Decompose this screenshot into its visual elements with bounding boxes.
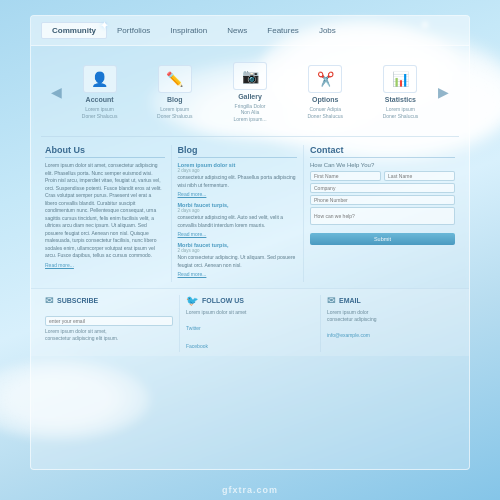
message-input[interactable]: [310, 207, 455, 225]
about-text: Lorem ipsum dolor sit amet, consectetur …: [45, 162, 165, 260]
nav-inspiration-label: Inspiration: [170, 26, 207, 35]
nav-news[interactable]: News: [217, 23, 257, 38]
subscribe-input[interactable]: [45, 316, 173, 326]
blog-item-3: Morbi faucet turpis, 2 days ago Non cons…: [178, 242, 298, 277]
footer-subscribe: ✉ SUBSCRIBE Lorem ipsum dolor sit amet,c…: [39, 295, 180, 352]
blog-date-2: 2 days ago: [178, 208, 298, 213]
follow-text: Lorem ipsum dolor sit amet: [186, 309, 314, 316]
blog-title: Blog: [178, 145, 298, 158]
email-text: Lorem ipsum dolorconsectetur adipiscing: [327, 309, 455, 323]
hero-prev-arrow[interactable]: ◀: [51, 84, 62, 100]
follow-icon: 🐦: [186, 295, 198, 306]
first-name-input[interactable]: [310, 171, 381, 181]
blog-label: Blog: [167, 96, 183, 103]
footer-follow: 🐦 FOLLOW US Lorem ipsum dolor sit amet T…: [180, 295, 321, 352]
nav-features-label: Features: [267, 26, 299, 35]
account-icon-box: 👤: [83, 65, 117, 93]
submit-button[interactable]: Submit: [310, 233, 455, 245]
blog-item-2: Morbi faucet turpis, 2 days ago consecte…: [178, 202, 298, 237]
nav-news-label: News: [227, 26, 247, 35]
contact-company-row: [310, 183, 455, 193]
phone-input[interactable]: [310, 195, 455, 205]
statistics-icon: 📊: [392, 71, 409, 87]
blog-text-1: consectetur adipiscing elit. Phasellus p…: [178, 174, 298, 189]
statistics-sub: Lorem ipsumDoner Shalucus: [383, 106, 419, 119]
blog-text-3: Non consectetur adipiscing. Ut aliquam. …: [178, 254, 298, 269]
options-label: Options: [312, 96, 338, 103]
subscribe-title: ✉ SUBSCRIBE: [45, 295, 173, 306]
follow-title: 🐦 FOLLOW US: [186, 295, 314, 306]
icon-account[interactable]: 👤 Account Lorem ipsumDoner Shalucus: [62, 65, 137, 119]
contact-phone-row: [310, 195, 455, 205]
footer-section: ✉ SUBSCRIBE Lorem ipsum dolor sit amet,c…: [31, 288, 469, 356]
blog-sub: Lorem ipsumDoner Shalucus: [157, 106, 193, 119]
icon-gallery[interactable]: 📷 Gallery Fringilla DolorNon AliaLorem i…: [212, 62, 287, 123]
blog-icon-box: ✏️: [158, 65, 192, 93]
nav-portfolios[interactable]: Portfolios: [107, 23, 160, 38]
company-input[interactable]: [310, 183, 455, 193]
options-sub: Conuer AdipiaDoner Shalucus: [307, 106, 343, 119]
blog-date-1: 2 days ago: [178, 168, 298, 173]
statistics-icon-box: 📊: [383, 65, 417, 93]
nav-portfolios-label: Portfolios: [117, 26, 150, 35]
email-icon: ✉: [327, 295, 335, 306]
content-section: About Us Lorem ipsum dolor sit amet, con…: [31, 137, 469, 288]
twitter-link[interactable]: Twitter: [186, 325, 201, 331]
contact-column: Contact How Can We Help You? Submit: [304, 145, 461, 282]
navbar: Community ✦ Portfolios Inspiration News …: [31, 16, 469, 46]
site-container: Community ✦ Portfolios Inspiration News …: [30, 15, 470, 470]
contact-question: How Can We Help You?: [310, 162, 455, 168]
gallery-icon: 📷: [242, 68, 259, 84]
email-link[interactable]: info@example.com: [327, 332, 370, 338]
blog-text-2: consectetur adipiscing elit. Auto sed ve…: [178, 214, 298, 229]
email-subscribe-icon: ✉: [45, 295, 53, 306]
blog-column: Blog Lorem ipsum dolor sit 2 days ago co…: [172, 145, 305, 282]
last-name-input[interactable]: [384, 171, 455, 181]
hero-section: ◀ 👤 Account Lorem ipsumDoner Shalucus ✏️…: [31, 46, 469, 136]
account-sub: Lorem ipsumDoner Shalucus: [82, 106, 118, 119]
options-icon-box: ✂️: [308, 65, 342, 93]
contact-name-row: [310, 171, 455, 181]
about-read-more[interactable]: Read more...: [45, 262, 165, 268]
blog-read-more-2[interactable]: Read more...: [178, 231, 298, 237]
icon-options[interactable]: ✂️ Options Conuer AdipiaDoner Shalucus: [288, 65, 363, 119]
blog-icon: ✏️: [166, 71, 183, 87]
about-column: About Us Lorem ipsum dolor sit amet, con…: [39, 145, 172, 282]
about-title: About Us: [45, 145, 165, 158]
contact-title: Contact: [310, 145, 455, 158]
nav-jobs[interactable]: Jobs: [309, 23, 346, 38]
gallery-label: Gallery: [238, 93, 262, 100]
email-title: ✉ EMAIL: [327, 295, 455, 306]
subscribe-text: Lorem ipsum dolor sit amet,consectetur a…: [45, 328, 173, 342]
footer-email: ✉ EMAIL Lorem ipsum dolorconsectetur adi…: [321, 295, 461, 352]
nav-inspiration[interactable]: Inspiration: [160, 23, 217, 38]
statistics-label: Statistics: [385, 96, 416, 103]
icon-blog[interactable]: ✏️ Blog Lorem ipsumDoner Shalucus: [137, 65, 212, 119]
blog-read-more-3[interactable]: Read more...: [178, 271, 298, 277]
icon-statistics[interactable]: 📊 Statistics Lorem ipsumDoner Shalucus: [363, 65, 438, 119]
blog-item-1: Lorem ipsum dolor sit 2 days ago consect…: [178, 162, 298, 197]
facebook-link[interactable]: Facebook: [186, 343, 208, 349]
nav-jobs-label: Jobs: [319, 26, 336, 35]
gallery-sub: Fringilla DolorNon AliaLorem ipsum...: [233, 103, 266, 123]
nav-features[interactable]: Features: [257, 23, 309, 38]
blog-date-3: 2 days ago: [178, 248, 298, 253]
nav-community[interactable]: Community ✦: [41, 22, 107, 39]
gallery-icon-box: 📷: [233, 62, 267, 90]
account-label: Account: [86, 96, 114, 103]
nav-community-label: Community: [52, 26, 96, 35]
options-icon: ✂️: [317, 71, 334, 87]
blog-read-more-1[interactable]: Read more...: [178, 191, 298, 197]
hero-next-arrow[interactable]: ▶: [438, 84, 449, 100]
account-icon: 👤: [91, 71, 108, 87]
watermark: gfxtra.com: [222, 485, 278, 495]
contact-message-row: [310, 207, 455, 225]
